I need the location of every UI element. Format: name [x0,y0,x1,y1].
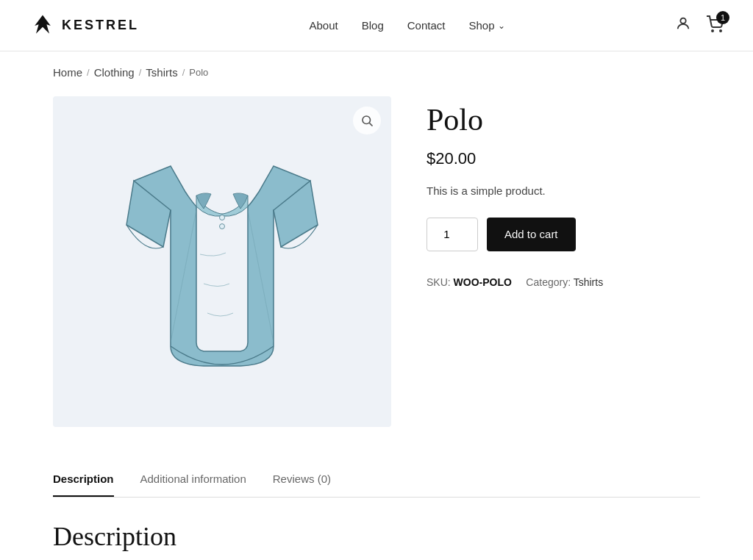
zoom-icon [360,114,374,127]
tab-reviews[interactable]: Reviews (0) [273,462,331,497]
header-icons: 1 [675,15,724,35]
breadcrumb-sep-2: / [139,67,142,78]
product-meta: SKU: WOO-POLO Category: Tshirts [427,272,700,292]
zoom-button[interactable] [353,107,381,134]
breadcrumb-tshirts[interactable]: Tshirts [146,66,177,79]
tab-content-title: Description [53,521,700,552]
svg-point-2 [712,30,713,32]
user-icon [675,15,691,32]
svg-point-3 [720,30,721,32]
svg-point-7 [220,224,225,229]
nav-blog[interactable]: Blog [362,19,384,32]
add-to-cart-row: Add to cart [427,218,700,251]
breadcrumb-sep-3: / [182,67,185,78]
breadcrumb-clothing[interactable]: Clothing [94,66,135,79]
cart-badge: 1 [716,11,729,24]
quantity-input[interactable] [427,218,478,251]
sku-value: WOO-POLO [454,276,512,288]
user-account-button[interactable] [675,15,691,35]
tab-additional-info[interactable]: Additional information [140,462,246,497]
logo-bird-icon [29,12,56,39]
cart-button[interactable]: 1 [706,15,724,35]
tab-content: Description [53,521,700,552]
breadcrumb-sep-1: / [87,67,90,78]
svg-point-4 [363,116,371,124]
svg-marker-0 [35,15,51,33]
tab-description[interactable]: Description [53,462,114,497]
product-image-container [53,96,391,427]
breadcrumb: Home / Clothing / Tshirts / Polo [53,66,700,79]
svg-point-1 [680,18,685,24]
add-to-cart-button[interactable]: Add to cart [487,218,576,251]
breadcrumb-home[interactable]: Home [53,66,82,79]
product-tabs: Description Additional information Revie… [53,462,700,498]
nav-contact[interactable]: Contact [407,19,446,32]
product-details: Polo $20.00 This is a simple product. Ad… [427,96,700,427]
product-description: This is a simple product. [427,183,700,200]
main-nav: About Blog Contact Shop ⌄ [310,19,505,32]
product-section: Polo $20.00 This is a simple product. Ad… [53,96,700,427]
product-image [112,137,332,387]
nav-shop[interactable]: Shop ⌄ [468,19,504,32]
breadcrumb-current: Polo [189,67,208,78]
category-value[interactable]: Tshirts [574,276,603,288]
logo-text: KESTREL [62,18,139,33]
chevron-down-icon: ⌄ [498,21,505,31]
svg-line-5 [369,123,372,126]
logo[interactable]: KESTREL [29,12,139,39]
product-price: $20.00 [427,149,700,168]
nav-about[interactable]: About [310,19,338,32]
svg-point-6 [220,215,225,220]
sku-label: SKU: [427,276,451,288]
category-label: Category: [526,276,571,288]
product-title: Polo [427,102,700,137]
